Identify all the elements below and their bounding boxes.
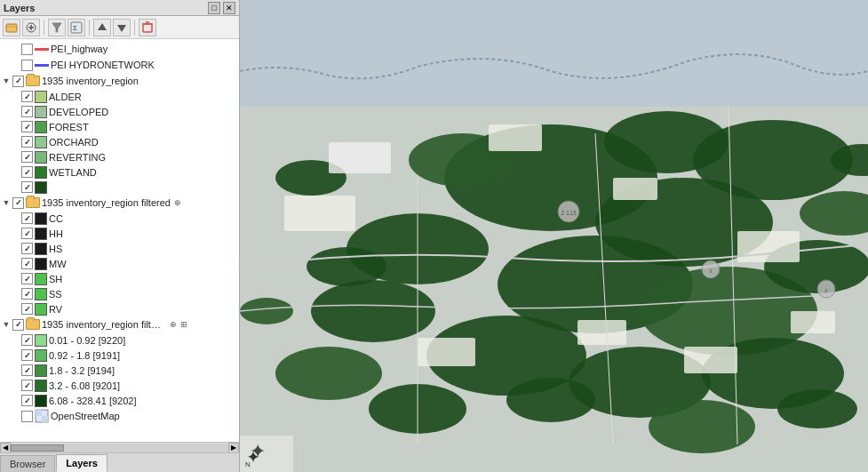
main-area: Layers □ ✕ Σ	[0, 0, 868, 472]
layer-label-range1: 0.01 - 0.92 [9220]	[49, 335, 125, 346]
layer-checkbox-range3[interactable]	[21, 364, 33, 376]
app-container: Layers □ ✕ Σ	[0, 0, 868, 472]
list-item[interactable]: SS	[0, 286, 239, 301]
layer-label-range3: 1.8 - 3.2 [9194]	[49, 365, 115, 376]
list-item[interactable]: HH	[0, 226, 239, 241]
scroll-right-button[interactable]: ▶	[228, 443, 239, 453]
layer-checkbox-rv[interactable]	[21, 303, 33, 315]
svg-rect-42	[613, 178, 657, 200]
list-item[interactable]: 3.2 - 6.08 [9201]	[0, 378, 239, 393]
list-item[interactable]: CC	[0, 211, 239, 226]
layer-checkbox-hh[interactable]	[21, 228, 33, 239]
move-up-button[interactable]	[93, 19, 111, 36]
list-item[interactable]: OpenStreetMap	[0, 408, 239, 424]
list-item[interactable]: ALDER	[0, 89, 239, 104]
list-item[interactable]: WETLAND	[0, 164, 239, 180]
color-swatch-hs	[35, 243, 47, 255]
list-item[interactable]: 0.92 - 1.8 [9191]	[0, 348, 239, 363]
list-item[interactable]: DEVELOPED	[0, 104, 239, 119]
layer-checkbox-hs[interactable]	[21, 243, 33, 254]
list-item[interactable]	[0, 180, 239, 195]
list-item[interactable]: PEI HYDRONETWORK	[0, 57, 239, 73]
layer-label-developed: DEVELOPED	[49, 107, 108, 117]
color-swatch-cc	[35, 212, 47, 225]
group-header-inventory-1935[interactable]: ▼ 1935 inventory_region	[0, 73, 239, 89]
layer-label-hh: HH	[49, 228, 63, 239]
layer-checkbox-pei-highway[interactable]	[21, 44, 33, 55]
list-item[interactable]: REVERTING	[0, 149, 239, 164]
layer-checkbox-developed[interactable]	[21, 106, 33, 117]
layer-label-pei-hydro: PEI HYDRONETWORK	[51, 60, 155, 70]
scroll-left-button[interactable]: ◀	[0, 443, 11, 453]
close-button[interactable]: ✕	[223, 2, 235, 14]
svg-text:Σ: Σ	[73, 24, 77, 32]
layer-checkbox-range1[interactable]	[21, 334, 33, 346]
layer-label-range2: 0.92 - 1.8 [9191]	[49, 350, 120, 361]
svg-marker-4	[52, 23, 61, 32]
minimize-button[interactable]: □	[208, 2, 220, 14]
layer-checkbox-reverting[interactable]	[21, 151, 33, 163]
expand-arrow[interactable]: ▼	[2, 320, 11, 329]
layer-checkbox-osm[interactable]	[21, 411, 33, 422]
field-calc-button[interactable]: Σ	[68, 19, 85, 36]
layer-checkbox-mw[interactable]	[21, 258, 33, 269]
layer-tree[interactable]: PEI_highway PEI HYDRONETWORK ▼	[0, 39, 239, 442]
expand-arrow[interactable]: ▼	[2, 76, 11, 85]
layer-checkbox-range4[interactable]	[21, 380, 33, 391]
layer-label-hs: HS	[49, 244, 62, 254]
map-area[interactable]: 2 113 2 2 2 ✦ N ✦	[240, 0, 868, 472]
list-item[interactable]: PEI_highway	[0, 41, 239, 57]
list-item[interactable]: MW	[0, 256, 239, 271]
open-layers-button[interactable]	[3, 19, 20, 36]
group-checkbox-inventory-1935-filtered-and[interactable]	[12, 319, 24, 331]
layer-label-mw: MW	[49, 259, 67, 269]
svg-point-38	[777, 389, 857, 428]
tab-layers[interactable]: Layers	[56, 454, 107, 472]
layer-checkbox-range5[interactable]	[21, 395, 33, 406]
svg-point-33	[506, 378, 595, 422]
layer-checkbox-alder[interactable]	[21, 91, 33, 102]
group-checkbox-inventory-1935[interactable]	[12, 76, 24, 87]
layer-group-inventory-1935: ▼ 1935 inventory_region ALDER	[0, 73, 239, 195]
list-item[interactable]: ORCHARD	[0, 134, 239, 149]
layer-group-inventory-1935-filtered: ▼ 1935 inventory_region filtered ⊕ CC	[0, 195, 239, 316]
layer-checkbox-sh[interactable]	[21, 273, 33, 284]
layer-checkbox-pei-hydro[interactable]	[21, 60, 33, 71]
layer-label-reverting: REVERTING	[49, 152, 106, 163]
group-header-inventory-1935-filtered-and[interactable]: ▼ 1935 inventory_region filtered and ⊕ ⊞	[0, 316, 239, 332]
filter-button[interactable]	[48, 19, 66, 36]
horizontal-scrollbar[interactable]: ◀ ▶	[0, 442, 239, 452]
expand-arrow[interactable]: ▼	[2, 198, 11, 207]
svg-rect-14	[42, 416, 48, 422]
list-item[interactable]: 6.08 - 328.41 [9202]	[0, 393, 239, 408]
panel-title-bar: Layers □ ✕	[0, 0, 239, 16]
tab-browser[interactable]: Browser	[0, 455, 55, 472]
scrollbar-thumb[interactable]	[11, 444, 64, 452]
layer-checkbox-unknown[interactable]	[21, 181, 33, 193]
list-item[interactable]: RV	[0, 301, 239, 316]
group-checkbox-inventory-1935-filtered[interactable]	[12, 197, 24, 209]
layer-label-forest: FOREST	[49, 122, 89, 132]
group-header-inventory-1935-filtered[interactable]: ▼ 1935 inventory_region filtered ⊕	[0, 195, 239, 211]
list-item[interactable]: HS	[0, 241, 239, 256]
color-swatch-orchard	[35, 136, 47, 148]
color-swatch-hh	[35, 228, 47, 240]
layer-checkbox-orchard[interactable]	[21, 136, 33, 148]
layer-checkbox-range2[interactable]	[21, 349, 33, 361]
layer-checkbox-wetland[interactable]	[21, 166, 33, 178]
layer-label-wetland: WETLAND	[49, 167, 97, 178]
svg-point-27	[275, 347, 382, 400]
svg-rect-16	[240, 0, 868, 107]
layer-checkbox-forest[interactable]	[21, 121, 33, 132]
remove-layer-button[interactable]	[139, 19, 156, 36]
move-down-button[interactable]	[113, 19, 131, 36]
svg-point-34	[649, 400, 755, 453]
list-item[interactable]: SH	[0, 271, 239, 286]
list-item[interactable]: FOREST	[0, 119, 239, 134]
list-item[interactable]: 0.01 - 0.92 [9220]	[0, 332, 239, 348]
panel-toolbar: Σ	[0, 16, 239, 39]
list-item[interactable]: 1.8 - 3.2 [9194]	[0, 363, 239, 378]
layer-checkbox-ss[interactable]	[21, 288, 33, 300]
add-layer-button[interactable]	[22, 19, 40, 36]
layer-checkbox-cc[interactable]	[21, 212, 33, 224]
